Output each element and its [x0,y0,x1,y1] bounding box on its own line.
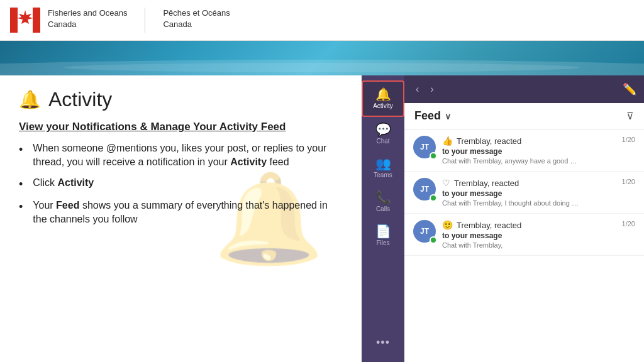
bullet-text-2: Click Activity [33,176,94,190]
nav-forward-button[interactable]: › [426,82,437,96]
list-item: When someone @mentions you, likes your p… [19,141,343,170]
logo-area: Fisheries and Oceans Canada Pêches et Oc… [10,5,230,35]
notif-preview-3: Chat with Tremblay, [442,241,580,249]
notif-subtitle-2: to your message [442,189,616,198]
header-divider [145,8,145,33]
notif-body-2: ♡ Tremblay, reacted to your message Chat… [442,178,616,207]
chat-icon: 💬 [375,123,391,136]
list-item: Your Feed shows you a summary of everyth… [19,199,343,227]
bold-activity-2: Activity [57,177,94,188]
teams-sidebar: 🔔 Activity 💬 Chat 👥 Teams 📞 Calls 📄 [362,75,404,362]
calls-label: Calls [376,206,390,212]
avatar-initials-2: JT [420,185,429,194]
notif-body-3: 🙂 Tremblay, reacted to your message Chat… [442,220,616,249]
notif-title-2: Tremblay, reacted [454,178,519,188]
teams-main: ‹ › ✏️ Feed ∨ ⊽ [404,75,644,362]
page-title: Activity [48,88,112,111]
ocean-banner [0,41,644,75]
activity-icon: 🔔 [375,88,391,101]
bullet-text-1: When someone @mentions you, likes your p… [33,141,343,170]
sidebar-item-activity[interactable]: 🔔 Activity [362,80,404,117]
reaction-icon-1: 👍 [442,136,453,146]
avatar-initials-3: JT [420,227,429,236]
more-icon: ••• [376,336,390,349]
online-badge-1 [430,152,437,160]
activity-label: Activity [373,102,393,109]
sidebar-item-calls[interactable]: 📞 Calls [362,185,404,219]
notif-subtitle-1: to your message [442,147,616,156]
notif-body-1: 👍 Tremblay, reacted to your message Chat… [442,136,616,165]
notif-date-2: 1/20 [622,178,635,185]
notification-item-2[interactable]: JT ♡ Tremblay, reacted to your message C… [404,172,644,214]
bullet-list: When someone @mentions you, likes your p… [19,141,343,227]
svg-rect-0 [10,8,18,33]
header-text: Fisheries and Oceans Canada Pêches et Oc… [48,8,230,33]
calls-icon: 📞 [375,191,391,204]
notif-title-row-2: ♡ Tremblay, reacted [442,178,616,188]
teams-panel: 🔔 Activity 💬 Chat 👥 Teams 📞 Calls 📄 [362,75,644,362]
bold-activity: Activity [230,156,267,167]
notif-subtitle-3: to your message [442,231,616,240]
main-content: 🔔 🔔 Activity View your Notifications & M… [0,75,644,362]
reaction-icon-3: 🙂 [442,220,453,230]
org-name-fr: Pêches et Océans Canada [163,8,230,33]
teams-app: 🔔 Activity 💬 Chat 👥 Teams 📞 Calls 📄 [362,75,644,362]
notification-list: JT 👍 Tremblay, reacted to your message C… [404,129,644,362]
chat-label: Chat [376,138,389,145]
sidebar-more[interactable]: ••• [374,329,392,357]
sidebar-item-teams[interactable]: 👥 Teams [362,151,404,185]
files-label: Files [376,239,389,246]
avatar-1: JT [413,136,436,158]
files-icon: 📄 [375,225,391,238]
notification-item-1[interactable]: JT 👍 Tremblay, reacted to your message C… [404,129,644,172]
notif-preview-2: Chat with Tremblay, I thought about doin… [442,199,580,207]
teams-label: Teams [374,172,392,178]
notif-preview-1: Chat with Tremblay, anyway have a good o… [442,157,580,165]
canada-flag-icon [10,5,40,35]
avatar-3: JT [413,220,436,243]
header: Fisheries and Oceans Canada Pêches et Oc… [0,0,644,41]
avatar-2: JT [413,178,436,200]
teams-topbar: ‹ › ✏️ [404,75,644,103]
notification-item-3[interactable]: JT 🙂 Tremblay, reacted to your message C… [404,214,644,256]
compose-icon[interactable]: ✏️ [623,82,636,96]
left-panel-content: 🔔 Activity View your Notifications & Man… [19,88,343,227]
online-badge-3 [430,236,437,244]
sidebar-item-chat[interactable]: 💬 Chat [362,117,404,151]
notif-date-1: 1/20 [622,136,635,143]
svg-rect-2 [33,8,40,33]
feed-title-text: Feed [414,109,441,123]
sidebar-item-files[interactable]: 📄 Files [362,219,404,253]
section-heading: View your Notifications & Manage Your Ac… [19,120,343,134]
nav-arrows: ‹ › [412,82,438,96]
notif-title-3: Tremblay, reacted [457,221,521,230]
avatar-initials-1: JT [420,143,429,151]
left-panel: 🔔 🔔 Activity View your Notifications & M… [0,75,362,362]
bold-feed: Feed [56,200,79,211]
feed-area: Feed ∨ ⊽ JT [404,103,644,362]
teams-icon: 👥 [375,157,391,170]
org-name-en: Fisheries and Oceans Canada [48,8,127,33]
notif-date-3: 1/20 [622,220,635,228]
feed-title: Feed ∨ [414,109,451,123]
title-row: 🔔 Activity [19,88,343,111]
bell-icon: 🔔 [19,89,41,110]
filter-icon[interactable]: ⊽ [626,110,634,122]
feed-header: Feed ∨ ⊽ [404,103,644,129]
notif-title-row-1: 👍 Tremblay, reacted [442,136,616,146]
list-item: Click Activity [19,176,343,192]
bullet-text-3: Your Feed shows you a summary of everyth… [33,199,343,227]
notif-title-row-3: 🙂 Tremblay, reacted [442,220,616,230]
online-badge-2 [430,194,437,202]
notif-title-1: Tremblay, reacted [457,136,521,146]
feed-chevron-icon[interactable]: ∨ [445,111,451,121]
reaction-icon-2: ♡ [442,178,450,188]
nav-back-button[interactable]: ‹ [412,82,423,96]
